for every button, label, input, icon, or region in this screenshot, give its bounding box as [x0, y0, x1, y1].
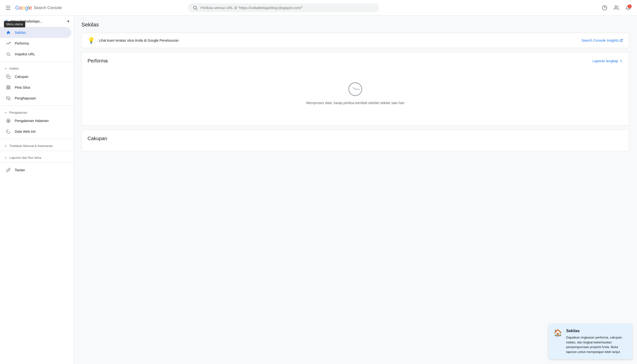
nav-label-data-web-inti: Data Web Inti [15, 130, 36, 134]
main-content: Sekilas 💡 Lihat kueri teratas situs Anda… [74, 16, 637, 364]
sidebar-item-inspeksi-url[interactable]: Inspeksi URL [0, 49, 71, 60]
sidebar-item-penghapusan[interactable]: Penghapusan [0, 93, 71, 104]
performa-card: Performa Laporan lengkap Memproses data,… [81, 52, 629, 126]
link-icon [6, 168, 11, 172]
processing-state: Memproses data, harap periksa kembali se… [88, 68, 623, 120]
menu-tooltip: Menu utama [4, 21, 25, 28]
svg-point-0 [193, 6, 196, 9]
help-button[interactable] [600, 3, 609, 13]
expand-icon-laporan [4, 156, 7, 160]
gauge-icon [6, 129, 11, 134]
svg-line-15 [621, 39, 622, 41]
nav-label-peta-situs: Peta Situs [15, 86, 31, 90]
section-title-indeks: Indeks [9, 67, 19, 70]
nav-label-tautan: Tautan [15, 168, 25, 172]
search-nav-icon [6, 52, 11, 56]
collapse-icon-indeks [4, 67, 7, 70]
sidebar-item-sekilas[interactable]: Sekilas [0, 27, 71, 38]
logo-app-name: Search Console [34, 6, 62, 10]
insight-text: Lihat kueri teratas situs Anda di Google… [99, 38, 577, 42]
cakupan-title: Cakupan [88, 136, 107, 141]
performa-title: Performa [88, 58, 108, 64]
insight-link[interactable]: Search Console Insights [581, 38, 623, 42]
copy-icon [6, 74, 11, 79]
nav-label-performa: Performa [15, 42, 29, 45]
header-left: Menu utama Google Search Console [4, 4, 78, 12]
processing-text: Memproses data, harap periksa kembali se… [306, 101, 405, 105]
header-actions: 1 [600, 3, 633, 13]
collapse-icon-pengalaman [4, 111, 7, 114]
nav-divider-2 [0, 106, 73, 106]
tooltip-popup-home-icon: 🏠 [554, 329, 562, 354]
home-icon [6, 30, 11, 35]
section-label-tindakan[interactable]: Tindakan Manual & Keamanan [0, 141, 73, 149]
sidebar: https://sobatbelajar... ▾ Sekilas Perfor… [0, 16, 74, 364]
search-bar[interactable] [188, 4, 379, 12]
clock-icon [349, 82, 362, 96]
svg-point-4 [615, 6, 617, 7]
clock-hand-min [355, 89, 360, 90]
svg-rect-8 [8, 76, 10, 79]
clock-center [355, 89, 356, 90]
section-label-laporan[interactable]: Laporan dan fitur lama [0, 153, 73, 160]
section-label-pengalaman[interactable]: Pengalaman [0, 108, 73, 115]
help-icon [602, 5, 607, 10]
tooltip-popup-content: Sekilas Dapatkan ringkasan performa, cak… [566, 329, 627, 354]
svg-point-14 [7, 119, 10, 123]
tooltip-popup-text: Dapatkan ringkasan performa, cakupan ind… [566, 335, 627, 354]
performa-header: Performa Laporan lengkap [88, 58, 623, 64]
nav-divider-1 [0, 62, 73, 62]
performa-full-report-link[interactable]: Laporan lengkap [593, 59, 623, 63]
notification-badge: 1 [628, 4, 631, 8]
nav-label-inspeksi-url: Inspeksi URL [15, 52, 35, 56]
section-title-tindakan: Tindakan Manual & Keamanan [9, 144, 53, 148]
cakupan-header: Cakupan [88, 136, 623, 141]
performa-link-text: Laporan lengkap [593, 59, 618, 63]
eye-off-icon [6, 96, 11, 101]
tooltip-popup-title: Sekilas [566, 329, 627, 333]
people-icon [614, 5, 619, 10]
sitemap-icon [6, 85, 11, 90]
svg-rect-12 [7, 88, 8, 89]
external-link-icon [619, 39, 623, 42]
hamburger-icon [6, 6, 10, 10]
sidebar-item-peta-situs[interactable]: Peta Situs [0, 82, 71, 93]
svg-rect-10 [9, 86, 10, 87]
sidebar-item-data-web-inti[interactable]: Data Web Inti [0, 126, 71, 137]
insight-link-text: Search Console Insights [581, 38, 619, 42]
header: Menu utama Google Search Console [0, 0, 637, 16]
bulb-icon: 💡 [88, 37, 95, 44]
search-icon [193, 6, 198, 10]
nav-divider-5 [0, 162, 73, 163]
insight-card: 💡 Lihat kueri teratas situs Anda di Goog… [81, 33, 629, 48]
svg-line-7 [9, 55, 10, 56]
section-title-laporan: Laporan dan fitur lama [9, 156, 41, 160]
account-button[interactable] [611, 3, 621, 13]
menu-button[interactable] [4, 4, 12, 12]
nav-label-pengalaman-halaman: Pengalaman Halaman [15, 119, 49, 123]
nav-divider-3 [0, 139, 73, 139]
section-title-pengalaman: Pengalaman [9, 111, 27, 114]
tooltip-popup: 🏠 Sekilas Dapatkan ringkasan performa, c… [549, 324, 632, 359]
star-circle-icon [6, 118, 11, 123]
sidebar-item-cakupan[interactable]: Cakupan [0, 71, 71, 82]
svg-point-6 [7, 53, 10, 55]
logo-google: Google [15, 5, 32, 11]
notification-button[interactable]: 1 [623, 3, 633, 13]
sidebar-item-pengalaman-halaman[interactable]: Pengalaman Halaman [0, 115, 71, 126]
chevron-right-icon [619, 59, 623, 63]
sidebar-item-performa[interactable]: Performa [0, 38, 71, 49]
svg-rect-9 [7, 86, 8, 87]
search-input[interactable] [201, 6, 374, 10]
svg-rect-11 [9, 88, 10, 89]
chevron-down-icon: ▾ [67, 18, 69, 24]
body: https://sobatbelajar... ▾ Sekilas Perfor… [0, 16, 637, 364]
trending-icon [6, 41, 11, 46]
sidebar-item-tautan[interactable]: Tautan [0, 164, 71, 176]
expand-icon-tindakan [4, 144, 7, 148]
page-title: Sekilas [81, 22, 629, 28]
svg-line-1 [196, 8, 197, 10]
section-label-indeks[interactable]: Indeks [0, 64, 73, 71]
logo: Google Search Console [15, 5, 62, 11]
nav-label-penghapusan: Penghapusan [15, 96, 36, 100]
